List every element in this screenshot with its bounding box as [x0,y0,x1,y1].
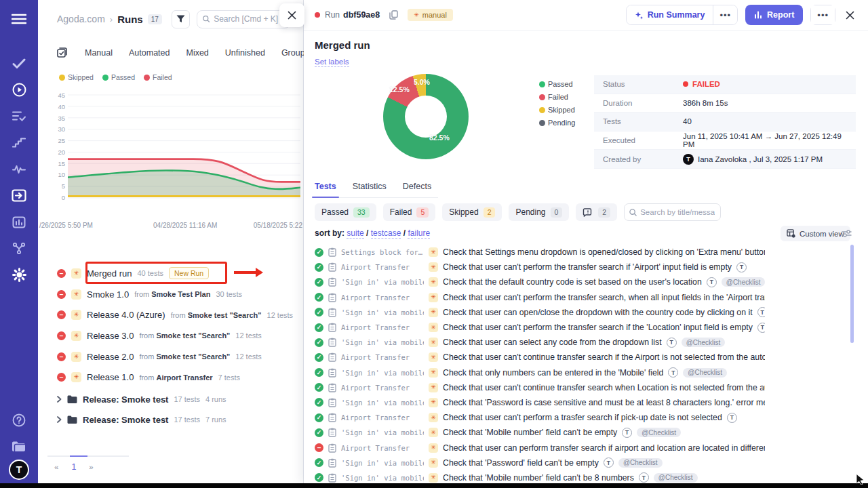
tests-scrollbar[interactable] [850,245,854,343]
test-row[interactable]: Settings block for… Check that Settings … [315,245,765,260]
projects-icon[interactable] [0,433,38,460]
runs-search[interactable] [197,10,290,28]
chevron-right-icon[interactable] [57,416,62,423]
comments-filter-chip[interactable]: 2 [576,203,617,221]
check-icon[interactable] [0,50,38,77]
tests-search[interactable] [624,203,721,221]
runs-search-input[interactable] [214,14,284,24]
folder-name[interactable]: Release: Smoke test [83,415,168,425]
run-list-item[interactable]: Merged run 40 tests New Run [57,263,301,284]
gear-icon[interactable] [0,262,38,288]
runs-tab[interactable]: Unfinished [225,48,265,58]
test-title[interactable]: Check that 'Mobile number' field can't b… [443,428,617,437]
test-row[interactable]: Airport Transfer Check that user can't c… [315,350,765,365]
test-title[interactable]: Check that user can't perform the transf… [443,323,753,332]
run-name[interactable]: Smoke 1.0 [87,289,129,300]
test-row[interactable]: 'Sign in' via mobile Check that 'Mobile … [315,425,765,440]
run-name[interactable]: Release 1.0 [87,372,134,382]
test-row[interactable]: Airport Transfer Check that user can't p… [315,410,765,425]
detail-tab[interactable]: Tests [315,182,336,191]
test-row[interactable]: 'Sign in' via mobile Check that 'Passwor… [315,455,765,470]
test-row[interactable]: Airport Transfer Check that user can't p… [315,260,765,274]
select-all-icon[interactable] [57,47,67,58]
close-runs-panel-button[interactable] [279,3,304,27]
runs-tab[interactable]: Mixed [186,48,208,58]
run-summary-button[interactable]: Run Summary [627,5,713,24]
tests-search-input[interactable] [640,208,715,216]
filter-button[interactable] [172,10,190,28]
runs-tab[interactable]: Automated [129,48,170,58]
test-title[interactable]: Check that user can't continue transfer … [443,352,765,362]
test-row[interactable]: 'Sign in' via mobile Check that 'Mobile … [315,470,765,483]
test-row[interactable]: 'Sign in' via mobile Check that 'Passwor… [315,395,765,410]
folder-name[interactable]: Release: Smoke test [83,394,168,405]
sign-in-icon[interactable] [0,182,38,209]
test-title[interactable]: Check that user can perform transfer sea… [443,443,765,453]
sort-by-suite-link[interactable]: suite [347,228,363,239]
test-title[interactable]: Check that user can open/close the dropd… [443,308,753,317]
test-row[interactable]: Airport Transfer Check that user can't p… [315,290,765,305]
bar-chart-icon[interactable] [0,209,38,235]
run-summary-more-button[interactable]: ••• [713,5,737,24]
test-row[interactable]: 'Sign in' via mobile Check that user can… [315,305,765,320]
close-detail-button[interactable] [843,8,857,22]
pagination-next[interactable]: » [89,463,93,471]
chevron-right-icon[interactable] [57,396,62,403]
test-cases-icon[interactable] [0,103,38,129]
run-folder-item[interactable]: Release: Smoke test 17 tests 4 runs [57,389,301,409]
run-list-item[interactable]: Release 1.0 from Airport Transfer 7 test… [57,367,301,388]
test-title[interactable]: Check that 'Password' field can't be emp… [443,458,599,468]
test-row[interactable]: 'Sign in' via mobile Check that only num… [315,365,765,380]
test-title[interactable]: Check that user can't perform a trasfer … [443,413,722,422]
activity-icon[interactable] [0,156,38,182]
pagination-prev[interactable]: « [54,463,58,471]
steps-icon[interactable] [0,129,38,156]
test-row[interactable]: 'Sign in' via mobile Check that the defa… [315,274,765,289]
status-filter-chip[interactable]: Skipped 2 [442,203,502,221]
run-list-item[interactable]: Release 3.0 from Smoke test "Search" 12 … [57,325,301,346]
test-row[interactable]: Airport Transfer Check that user can't p… [315,320,765,335]
test-row[interactable]: 'Sign in' via mobile Check that user can… [315,335,765,350]
run-list-item[interactable]: Release 2.0 from Smoke test "Search" 12 … [57,346,301,367]
pagination-page-1[interactable]: 1 [71,462,76,472]
status-filter-chip[interactable]: Passed 33 [315,203,376,221]
breadcrumb-project[interactable]: Agoda.com [57,14,105,24]
detail-tab[interactable]: Defects [403,182,431,191]
set-labels-link[interactable]: Set labels [315,58,349,67]
run-name[interactable]: Release 4.0 (Azure) [87,310,165,320]
view-settings-icon[interactable] [842,228,852,241]
status-filter-chip[interactable]: Pending 0 [509,203,569,221]
runs-tab[interactable]: Manual [85,48,113,58]
detail-tab[interactable]: Statistics [353,182,387,191]
test-title[interactable]: Check that user can't perform the transf… [443,262,732,272]
run-name[interactable]: Release 2.0 [87,352,134,362]
status-filter-chip[interactable]: Failed 5 [383,203,436,221]
sort-by-testcase-link[interactable]: testcase [371,228,401,239]
play-circle-icon[interactable] [0,77,38,103]
run-name[interactable]: Merged run [87,268,132,279]
sort-by-failure-link[interactable]: failure [408,228,430,239]
integrations-icon[interactable] [0,235,38,262]
user-avatar[interactable]: T [9,460,29,480]
run-list-item[interactable]: Release 4.0 (Azure) from Smoke test "Sea… [57,304,301,325]
test-row[interactable]: Airport Transfer Check that user can't c… [315,380,765,395]
test-title[interactable]: Check that user can select any code from… [443,338,662,347]
pager-thumb[interactable] [70,455,87,457]
test-title[interactable]: Check that Settings menu dropdown is ope… [443,247,765,257]
test-title[interactable]: Check that user can't perform the transf… [443,293,765,302]
test-title[interactable]: Check that user can't continue transfer … [443,383,765,392]
test-title[interactable]: Check that 'Password is case sensitive a… [443,398,765,407]
test-title[interactable]: Check that 'Mobile number' field can't b… [443,473,634,483]
more-actions-button[interactable]: ••• [811,5,835,24]
test-row[interactable]: Airport Transfer Check that user can per… [315,440,765,455]
report-button[interactable]: Report [745,5,803,25]
test-title[interactable]: Check that only numbers can be entered i… [443,368,663,378]
test-title[interactable]: Check that the default country code is s… [443,277,702,287]
run-list-item[interactable]: Smoke 1.0 from Smoke Test Plan 30 tests [57,284,301,305]
help-icon[interactable] [0,407,38,433]
copy-run-id-button[interactable] [389,10,398,20]
menu-icon[interactable] [0,0,38,38]
run-folder-item[interactable]: Release: Smoke test 17 tests 7 runs [57,409,301,430]
run-name[interactable]: Release 3.0 [87,331,134,341]
custom-view-button[interactable]: Custom view [781,226,850,241]
